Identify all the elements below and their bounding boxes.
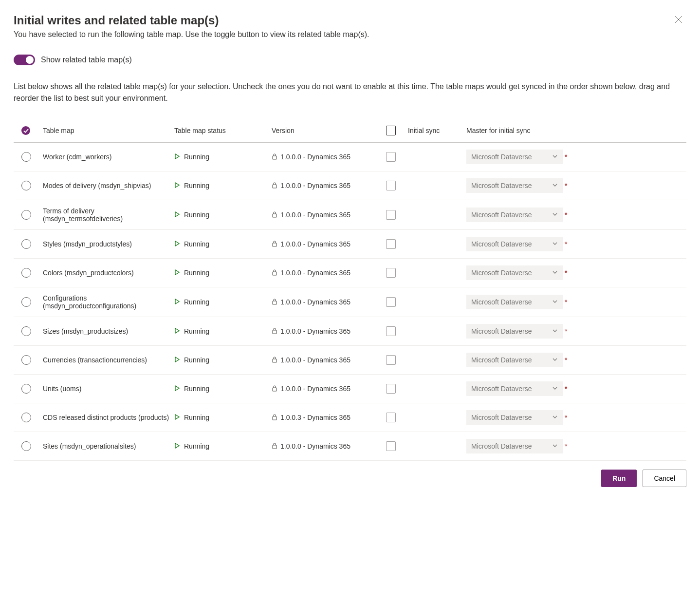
row-select-radio[interactable] [21, 441, 31, 451]
row-select-radio[interactable] [21, 210, 31, 220]
page-title: Initial writes and related table map(s) [14, 14, 369, 27]
master-select-value: Microsoft Dataverse [471, 356, 532, 364]
version-text: 1.0.0.0 - Dynamics 365 [280, 240, 350, 248]
column-header-master[interactable]: Master for initial sync [466, 127, 569, 134]
required-asterisk: * [565, 442, 569, 450]
table-map-name: Units (uoms) [43, 385, 174, 393]
master-select[interactable]: Microsoft Dataverse [466, 439, 563, 453]
status-text: Running [184, 414, 209, 421]
svg-rect-10 [273, 388, 276, 391]
page-subtitle: You have selected to run the following t… [14, 30, 369, 39]
lock-icon [272, 414, 277, 422]
svg-rect-8 [273, 330, 276, 334]
row-select-radio[interactable] [21, 355, 31, 365]
master-select[interactable]: Microsoft Dataverse [466, 324, 563, 339]
close-icon [675, 16, 682, 25]
close-button[interactable] [671, 14, 686, 28]
row-select-radio[interactable] [21, 268, 31, 278]
cancel-button[interactable]: Cancel [643, 470, 686, 487]
table-row[interactable]: Styles (msdyn_productstyles) Running 1.0… [14, 230, 686, 259]
status-text: Running [184, 327, 209, 335]
table-row[interactable]: Units (uoms) Running 1.0.0.0 - Dynamics … [14, 375, 686, 403]
table-row[interactable]: Sizes (msdyn_productsizes) Running 1.0.0… [14, 317, 686, 346]
version-text: 1.0.0.0 - Dynamics 365 [280, 182, 350, 189]
master-select-value: Microsoft Dataverse [471, 153, 532, 161]
row-select-radio[interactable] [21, 152, 31, 162]
chevron-down-icon [552, 298, 558, 306]
row-select-radio[interactable] [21, 413, 31, 422]
master-select-value: Microsoft Dataverse [471, 327, 532, 335]
required-asterisk: * [565, 269, 569, 277]
table-row[interactable]: Worker (cdm_workers) Running 1.0.0.0 - D… [14, 143, 686, 171]
row-select-radio[interactable] [21, 384, 31, 394]
master-select[interactable]: Microsoft Dataverse [466, 150, 563, 164]
row-select-radio[interactable] [21, 181, 31, 190]
lock-icon [272, 327, 277, 336]
table-row[interactable]: Currencies (transactioncurrencies) Runni… [14, 346, 686, 375]
dialog-footer: Run Cancel [14, 470, 686, 487]
column-header-table-map[interactable]: Table map [43, 127, 174, 134]
table-row[interactable]: Configurations (msdyn_productconfigurati… [14, 287, 686, 317]
master-select[interactable]: Microsoft Dataverse [466, 178, 563, 193]
table-row[interactable]: Modes of delivery (msdyn_shipvias) Runni… [14, 171, 686, 200]
row-select-radio[interactable] [21, 239, 31, 249]
svg-rect-3 [273, 185, 276, 188]
version-text: 1.0.0.0 - Dynamics 365 [280, 327, 350, 335]
play-icon [174, 240, 180, 248]
initial-sync-checkbox[interactable] [386, 268, 396, 278]
version-text: 1.0.0.0 - Dynamics 365 [280, 269, 350, 277]
master-select[interactable]: Microsoft Dataverse [466, 381, 563, 396]
required-asterisk: * [565, 356, 569, 364]
row-select-radio[interactable] [21, 326, 31, 336]
column-header-status[interactable]: Table map status [174, 127, 272, 134]
master-select-value: Microsoft Dataverse [471, 385, 532, 393]
master-select[interactable]: Microsoft Dataverse [466, 237, 563, 251]
initial-sync-checkbox[interactable] [386, 355, 396, 365]
table-row[interactable]: Sites (msdyn_operationalsites) Running 1… [14, 432, 686, 461]
initial-sync-checkbox[interactable] [386, 239, 396, 249]
version-text: 1.0.0.0 - Dynamics 365 [280, 356, 350, 364]
column-header-version[interactable]: Version [272, 127, 374, 134]
table-map-name: Colors (msdyn_productcolors) [43, 269, 174, 277]
table-map-name: Modes of delivery (msdyn_shipvias) [43, 182, 174, 189]
lock-icon [272, 442, 277, 451]
required-asterisk: * [565, 182, 569, 189]
initial-sync-checkbox[interactable] [386, 384, 396, 394]
table-row[interactable]: CDS released distinct products (products… [14, 403, 686, 432]
run-button[interactable]: Run [601, 470, 637, 487]
select-all-checkmark-icon[interactable] [21, 126, 30, 135]
lock-icon [272, 269, 277, 277]
master-select[interactable]: Microsoft Dataverse [466, 410, 563, 425]
initial-sync-checkbox[interactable] [386, 441, 396, 451]
play-icon [174, 356, 180, 364]
status-text: Running [184, 385, 209, 393]
master-select[interactable]: Microsoft Dataverse [466, 208, 563, 222]
table-map-name: Sizes (msdyn_productsizes) [43, 327, 174, 335]
master-select[interactable]: Microsoft Dataverse [466, 265, 563, 280]
initial-sync-checkbox[interactable] [386, 413, 396, 422]
lock-icon [272, 153, 277, 161]
table-map-name: Sites (msdyn_operationalsites) [43, 442, 174, 450]
status-text: Running [184, 240, 209, 248]
play-icon [174, 327, 180, 335]
initial-sync-checkbox[interactable] [386, 210, 396, 220]
play-icon [174, 211, 180, 219]
table-map-name: Currencies (transactioncurrencies) [43, 356, 174, 364]
status-text: Running [184, 356, 209, 364]
initial-sync-checkbox[interactable] [386, 152, 396, 162]
play-icon [174, 182, 180, 189]
initial-sync-checkbox[interactable] [386, 181, 396, 190]
table-row[interactable]: Colors (msdyn_productcolors) Running 1.0… [14, 259, 686, 287]
table-row[interactable]: Terms of delivery (msdyn_termsofdeliveri… [14, 200, 686, 230]
show-related-toggle[interactable] [14, 55, 35, 65]
svg-rect-11 [273, 416, 276, 420]
table-map-name: Styles (msdyn_productstyles) [43, 240, 174, 248]
column-header-initial-sync[interactable]: Initial sync [408, 127, 466, 134]
master-select[interactable]: Microsoft Dataverse [466, 295, 563, 309]
master-select[interactable]: Microsoft Dataverse [466, 353, 563, 367]
initial-sync-checkbox[interactable] [386, 297, 396, 307]
initial-sync-select-all-checkbox[interactable] [386, 126, 396, 135]
initial-sync-checkbox[interactable] [386, 326, 396, 336]
row-select-radio[interactable] [21, 297, 31, 307]
lock-icon [272, 356, 277, 364]
